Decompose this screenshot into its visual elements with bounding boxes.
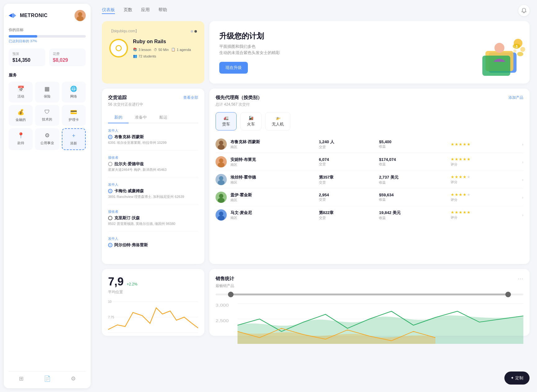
progress-text: 已达到目标的 37% bbox=[9, 39, 86, 43]
service-network[interactable]: 🌐 网络 bbox=[62, 82, 86, 103]
students-icon: 👥 bbox=[133, 54, 137, 58]
svg-point-2 bbox=[77, 16, 84, 21]
service-activity[interactable]: 📅 活动 bbox=[9, 82, 33, 103]
sales-menu-icon[interactable]: ⋯ bbox=[518, 275, 523, 282]
tab-drone[interactable]: 🚁 无人机 bbox=[265, 112, 290, 130]
upgrade-text: 升级您的计划 平面插图和我们多色 生动的未混合紫色头发女士的精彩 现在升级 bbox=[219, 31, 280, 74]
agent-row-1: 布鲁克林·西蒙斯 南区 1,240 人 交货 $5,400 收益 bbox=[216, 135, 523, 153]
slider-handle-right[interactable] bbox=[505, 292, 511, 297]
stats-chart: 10 7.75 bbox=[108, 299, 198, 330]
layers-icon[interactable]: ⊞ bbox=[19, 375, 24, 382]
agent-name-5: 马文·麦金尼 bbox=[230, 210, 315, 216]
role-2: 接收者 bbox=[108, 155, 198, 160]
progress-bar-fill bbox=[9, 35, 37, 38]
nav-dashboard[interactable]: 仪表板 bbox=[102, 7, 115, 14]
tab-preparing[interactable]: 准备中 bbox=[129, 112, 153, 123]
budget-row: 预算 $14,350 花费 $8,029 bbox=[9, 48, 86, 66]
service-card[interactable]: 💳 护理卡 bbox=[62, 105, 86, 126]
sales-subtitle: 最畅销产品 bbox=[216, 283, 523, 289]
nav-pages[interactable]: 页数 bbox=[124, 7, 132, 14]
upgrade-card: 升级您的计划 平面插图和我们多色 生动的未混合紫色头发女士的精彩 现在升级 bbox=[209, 21, 530, 84]
services-title: 服务 bbox=[9, 72, 86, 78]
duration-icon: ⏱ bbox=[154, 48, 157, 52]
upgrade-desc: 平面插图和我们多色 生动的未混合紫色头发女士的精彩 bbox=[219, 43, 280, 56]
hospitality-icon: 📍 bbox=[17, 132, 24, 139]
agent-stat-3: 第357章 交货 bbox=[319, 175, 375, 185]
course-details: Ruby on Rails 📚 3 lesson ⏱ 50 Min bbox=[133, 39, 197, 58]
service-insurance[interactable]: ▦ 保险 bbox=[35, 82, 59, 103]
notification-icon[interactable] bbox=[518, 5, 530, 16]
tab-truck[interactable]: 🚛 货车 bbox=[216, 112, 237, 130]
service-add-new[interactable]: + 添新 bbox=[62, 128, 86, 150]
add-icon: + bbox=[72, 133, 75, 139]
agent-arrow-2[interactable]: › bbox=[522, 160, 523, 164]
insurance-icon: ▦ bbox=[44, 85, 50, 92]
delivery-title: 交货追踪 bbox=[108, 95, 127, 101]
range-slider[interactable] bbox=[216, 294, 523, 295]
svg-point-27 bbox=[219, 194, 223, 198]
stats-trend: +2.2% bbox=[127, 282, 137, 286]
course-thumbnail bbox=[109, 39, 128, 57]
agent-region-1: 南区 bbox=[230, 145, 315, 149]
logo-text: METRONIC bbox=[20, 13, 48, 18]
user-avatar[interactable] bbox=[75, 10, 86, 21]
drone-icon: 🚁 bbox=[275, 116, 280, 120]
expense-card: 花费 $8,029 bbox=[49, 48, 86, 66]
expense-value: $8,029 bbox=[53, 57, 82, 63]
stars-2: ★★★★★ bbox=[451, 157, 518, 162]
dot-2 bbox=[194, 30, 197, 33]
stats-value: 7,9 bbox=[108, 275, 124, 288]
svg-point-21 bbox=[219, 158, 223, 163]
service-label-network: 网络 bbox=[70, 94, 77, 99]
tab-new[interactable]: 新的 bbox=[108, 112, 129, 123]
tech-icon: 🛡 bbox=[44, 109, 50, 115]
delivery-card: 交货追踪 查看全部 56 次交付正在进行中 新的 准备中 船运 发件人 布鲁克林… bbox=[102, 89, 204, 264]
dot-1 bbox=[191, 30, 193, 33]
lessons-icon: 📚 bbox=[133, 48, 137, 52]
upgrade-button[interactable]: 现在升级 bbox=[219, 62, 248, 74]
svg-text:7.75: 7.75 bbox=[108, 316, 114, 319]
service-finance[interactable]: 💰 金融的 bbox=[9, 105, 33, 126]
nav-apps[interactable]: 应用 bbox=[141, 7, 150, 14]
settings-icon[interactable]: ⚙ bbox=[71, 375, 76, 382]
svg-point-11 bbox=[517, 52, 523, 56]
svg-point-25 bbox=[218, 180, 225, 185]
content: 【biqubiqu.com】 Ruby on Rails 📚 bbox=[94, 21, 537, 392]
service-hospitality[interactable]: 📍 款待 bbox=[9, 128, 33, 150]
check-icon-3 bbox=[108, 189, 112, 193]
agent-arrow-1[interactable]: › bbox=[522, 142, 523, 147]
svg-point-22 bbox=[218, 162, 225, 167]
finance-icon: 💰 bbox=[17, 109, 24, 116]
logo-area: METRONIC bbox=[9, 12, 48, 19]
tab-train[interactable]: 🚂 火车 bbox=[240, 112, 262, 130]
activity-icon: 📅 bbox=[17, 85, 24, 92]
delivery-item-4: 接收者 克里斯汀·沃森 8502 普雷斯顿路, 英格尔伍德, 缅因州 98380 bbox=[108, 209, 198, 231]
file-icon[interactable]: 📄 bbox=[44, 375, 51, 382]
name-5: 阿尔伯特·弗洛雷斯 bbox=[108, 242, 198, 248]
agent-stat-5: 第822章 交货 bbox=[319, 210, 375, 220]
svg-point-1 bbox=[78, 12, 82, 16]
agents-subtitle: 总计 424,567 次交付 bbox=[216, 102, 523, 107]
nav-help[interactable]: 帮助 bbox=[158, 7, 167, 14]
slider-handle-left[interactable] bbox=[228, 292, 234, 297]
nav-right bbox=[518, 5, 530, 16]
delivery-subtitle: 56 次交付正在进行中 bbox=[108, 102, 198, 107]
view-all-link[interactable]: 查看全部 bbox=[183, 95, 198, 100]
agent-arrow-3[interactable]: › bbox=[522, 177, 523, 182]
agents-header: 领先代理商（按类别） 添加产品 bbox=[216, 95, 523, 101]
service-tech[interactable]: 🛡 技术的 bbox=[35, 105, 59, 126]
agent-arrow-5[interactable]: › bbox=[522, 213, 523, 217]
course-content: Ruby on Rails 📚 3 lesson ⏱ 50 Min bbox=[109, 39, 197, 58]
service-utility[interactable]: ⚙ 公用事业 bbox=[35, 128, 59, 150]
delivery-item-2: 接收者 拉尔夫·爱德华兹 星家大道2464号 梅萨, 新泽西州 45463 bbox=[108, 155, 198, 177]
agent-stars-1: ★★★★★ bbox=[451, 142, 518, 147]
agent-arrow-4[interactable]: › bbox=[522, 195, 523, 200]
agent-info-2: 安妮特·布莱克 南区 bbox=[230, 157, 315, 167]
services-grid: 📅 活动 ▦ 保险 🌐 网络 💰 金融的 🛡 技术的 💳 护理卡 📍 款待 ⚙ bbox=[9, 82, 86, 150]
agent-earn-4: $59,634 收益 bbox=[379, 193, 447, 202]
add-product-btn[interactable]: 添加产品 bbox=[508, 95, 523, 100]
customize-button[interactable]: ✦ 定制 bbox=[504, 371, 530, 385]
tab-shipping[interactable]: 船运 bbox=[153, 112, 174, 123]
course-meta: 📚 3 lesson ⏱ 50 Min 📋 1 agenda bbox=[133, 48, 197, 58]
budget-value: $14,350 bbox=[12, 57, 42, 63]
